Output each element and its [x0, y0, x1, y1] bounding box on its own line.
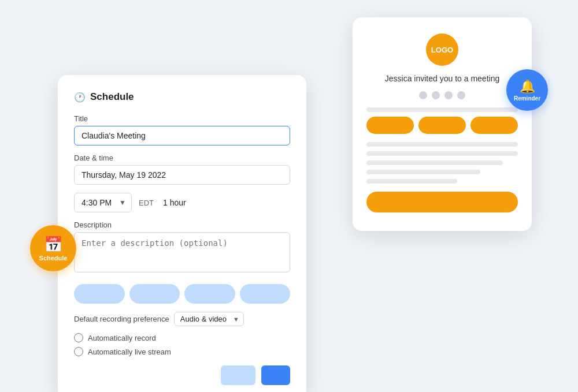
schedule-badge[interactable]: 📅 Schedule — [30, 225, 76, 271]
dot-3 — [444, 91, 453, 99]
invite-text: Jessica invited you to a meeting — [366, 74, 518, 83]
inv-text-line-5 — [366, 179, 457, 184]
inv-text-line-4 — [366, 170, 480, 174]
description-label: Description — [74, 221, 290, 229]
date-input[interactable] — [74, 165, 290, 185]
inv-text-line-2 — [366, 151, 518, 156]
action-btn-4[interactable] — [240, 284, 291, 304]
schedule-card: 🕐 Schedule Title Date & time 4:30 PM ▼ E… — [58, 75, 306, 392]
dot-1 — [419, 91, 427, 99]
date-time-group: Date & time — [74, 154, 290, 185]
recording-pref-label: Default recording preference — [74, 315, 169, 323]
inv-divider-line — [366, 107, 518, 112]
inv-text-line-3 — [366, 160, 503, 165]
action-btn-1[interactable] — [74, 284, 125, 304]
title-input[interactable] — [74, 126, 290, 145]
reminder-badge-label: Reminder — [514, 95, 540, 102]
bottom-buttons — [74, 365, 290, 385]
auto-live-label: Automatically live stream — [88, 348, 171, 356]
invitation-card: LOGO Jessica invited you to a meeting — [353, 17, 532, 231]
action-buttons-row — [74, 284, 290, 304]
dot-2 — [432, 91, 440, 99]
auto-record-row: Automatically record — [74, 333, 290, 342]
time-select[interactable]: 4:30 PM — [74, 193, 132, 212]
time-select-wrap: 4:30 PM ▼ — [74, 193, 132, 212]
auto-record-radio[interactable] — [74, 333, 83, 342]
duration-label: 1 hour — [161, 198, 188, 207]
dot-4 — [457, 91, 465, 99]
auto-record-label: Automatically record — [88, 334, 156, 342]
action-btn-3[interactable] — [184, 284, 235, 304]
card-title: Schedule — [90, 91, 134, 103]
schedule-badge-label: Schedule — [39, 255, 68, 262]
inv-buttons-row — [366, 117, 518, 134]
description-textarea[interactable] — [74, 232, 290, 272]
inv-btn-3[interactable] — [470, 117, 518, 134]
auto-live-row: Automatically live stream — [74, 347, 290, 356]
logo-text: LOGO — [431, 46, 453, 54]
inv-dots — [366, 91, 518, 99]
clock-icon: 🕐 — [74, 92, 86, 103]
recording-row: Default recording preference Audio & vid… — [74, 312, 290, 326]
title-label: Title — [74, 114, 290, 123]
recording-select[interactable]: Audio & video — [174, 312, 244, 326]
logo-circle: LOGO — [426, 33, 458, 66]
date-time-label: Date & time — [74, 154, 290, 162]
card-header: 🕐 Schedule — [74, 91, 290, 103]
action-btn-2[interactable] — [129, 284, 180, 304]
save-button[interactable] — [261, 365, 290, 385]
cancel-button[interactable] — [221, 365, 255, 385]
inv-logo: LOGO — [366, 33, 518, 66]
title-group: Title — [74, 114, 290, 145]
description-group: Description — [74, 221, 290, 275]
recording-select-wrap: Audio & video ▼ — [174, 312, 244, 326]
inv-btn-2[interactable] — [418, 117, 466, 134]
inv-btn-1[interactable] — [366, 117, 414, 134]
inv-text-line-1 — [366, 142, 518, 147]
calendar-icon: 📅 — [44, 236, 62, 253]
bell-icon: 🔔 — [520, 79, 535, 94]
reminder-badge[interactable]: 🔔 Reminder — [506, 69, 548, 111]
auto-live-radio[interactable] — [74, 347, 83, 356]
time-row: 4:30 PM ▼ EDT 1 hour — [74, 193, 290, 212]
inv-cta-button[interactable] — [366, 192, 518, 212]
timezone-label: EDT — [136, 199, 156, 207]
inv-content-lines — [366, 142, 518, 184]
